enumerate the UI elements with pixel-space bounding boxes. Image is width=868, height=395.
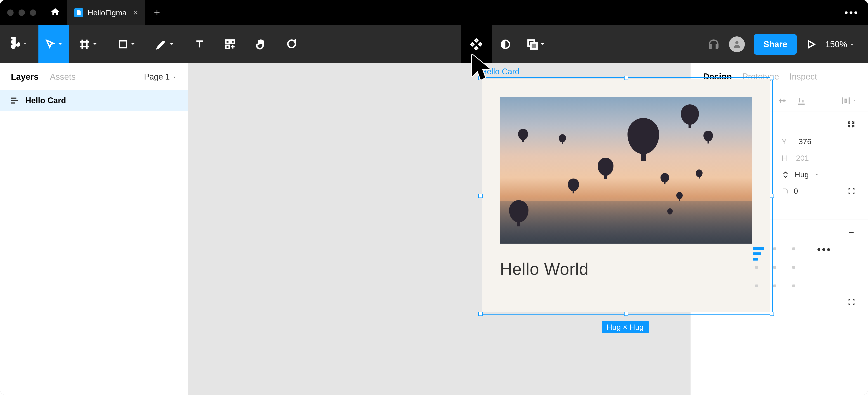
tab-title: HelloFigma (88, 8, 127, 17)
mask-button[interactable] (519, 25, 553, 63)
y-field[interactable]: Y-376 (782, 137, 856, 146)
resize-handle-br[interactable] (770, 311, 774, 316)
headphones-icon[interactable] (707, 38, 720, 51)
svg-rect-12 (11, 98, 16, 99)
svg-rect-10 (531, 43, 537, 49)
comment-tool-button[interactable] (276, 25, 306, 63)
resize-handle-b[interactable] (624, 311, 628, 316)
titlebar: HelloFigma × + ••• (0, 0, 868, 25)
radius-field[interactable]: 0 (782, 187, 856, 195)
frame-tool-button[interactable] (69, 25, 107, 63)
resize-handle-tr[interactable] (770, 76, 774, 80)
svg-rect-6 (471, 43, 474, 46)
align-bottom-icon[interactable] (796, 96, 806, 106)
dark-mode-button[interactable] (492, 25, 519, 63)
window-controls (7, 9, 36, 16)
h-field[interactable]: H201 (782, 154, 856, 162)
plugin-button[interactable] (461, 25, 492, 63)
auto-layout-more-icon[interactable]: ••• (817, 244, 832, 255)
resize-h-dropdown[interactable]: Hug (782, 170, 856, 179)
close-tab-icon[interactable]: × (133, 8, 138, 18)
svg-rect-2 (231, 40, 235, 43)
shape-tool-button[interactable] (107, 25, 146, 63)
size-indicator-pill: Hug × Hug (602, 321, 649, 333)
home-icon[interactable] (50, 7, 61, 19)
resize-handle-r[interactable] (770, 194, 774, 198)
user-avatar[interactable] (729, 36, 745, 52)
window-more-icon[interactable]: ••• (844, 7, 859, 18)
svg-rect-5 (475, 47, 477, 50)
resize-handle-t[interactable] (624, 76, 628, 80)
page-dropdown[interactable]: Page 1 (144, 72, 177, 81)
align-vcenter-icon[interactable] (777, 96, 787, 106)
canvas[interactable]: Hello Card Hello World (188, 63, 690, 395)
tab-layers[interactable]: Layers (11, 72, 39, 82)
tab-assets[interactable]: Assets (50, 72, 76, 82)
figma-menu-button[interactable] (0, 25, 38, 63)
text-tool-button[interactable] (184, 25, 215, 63)
resize-handle-l[interactable] (478, 194, 483, 198)
svg-rect-7 (479, 43, 482, 46)
traffic-minimize[interactable] (19, 9, 25, 16)
share-button[interactable]: Share (754, 34, 797, 55)
svg-rect-1 (226, 40, 229, 43)
resources-tool-button[interactable] (215, 25, 245, 63)
svg-rect-0 (120, 41, 127, 48)
hand-tool-button[interactable] (245, 25, 276, 63)
distribute-icon[interactable] (841, 96, 857, 106)
traffic-close[interactable] (7, 9, 13, 16)
auto-layout-frame-icon (10, 96, 19, 105)
svg-point-11 (735, 41, 739, 44)
main-area: Layers Assets Page 1 Hello Card Hello Ca… (0, 63, 868, 395)
independent-padding-icon[interactable] (848, 298, 855, 307)
selection-label[interactable]: Hello Card (481, 67, 520, 76)
move-tool-button[interactable] (38, 25, 69, 63)
svg-rect-4 (475, 39, 477, 42)
layer-item-hello-card[interactable]: Hello Card (0, 90, 188, 111)
resize-handle-bl[interactable] (478, 311, 483, 316)
file-tab[interactable]: HelloFigma × (67, 0, 145, 25)
left-panel-tabs: Layers Assets Page 1 (0, 63, 188, 90)
toolbar: Share 150% (0, 25, 868, 63)
svg-rect-13 (11, 100, 18, 101)
hug-height-icon (782, 171, 789, 178)
zoom-value: 150% (825, 39, 847, 49)
zoom-dropdown[interactable]: 150% (825, 39, 855, 49)
alignment-grid[interactable] (752, 244, 799, 291)
corner-radius-icon (782, 188, 788, 195)
left-panel: Layers Assets Page 1 Hello Card (0, 63, 188, 395)
remove-auto-layout-icon[interactable] (847, 228, 855, 236)
figma-file-icon (74, 8, 83, 17)
svg-rect-3 (226, 45, 229, 48)
page-label: Page 1 (144, 72, 170, 81)
selection-box[interactable] (480, 77, 773, 315)
resize-handle-tl[interactable] (478, 76, 483, 80)
independent-corners-icon[interactable] (848, 187, 855, 195)
traffic-zoom[interactable] (30, 9, 36, 16)
new-tab-button[interactable]: + (154, 6, 160, 19)
pen-tool-button[interactable] (146, 25, 184, 63)
fit-frame-icon[interactable] (847, 120, 855, 129)
tab-inspect[interactable]: Inspect (789, 72, 817, 81)
present-icon[interactable] (806, 39, 816, 50)
svg-rect-14 (11, 102, 15, 103)
layer-name: Hello Card (25, 96, 66, 105)
